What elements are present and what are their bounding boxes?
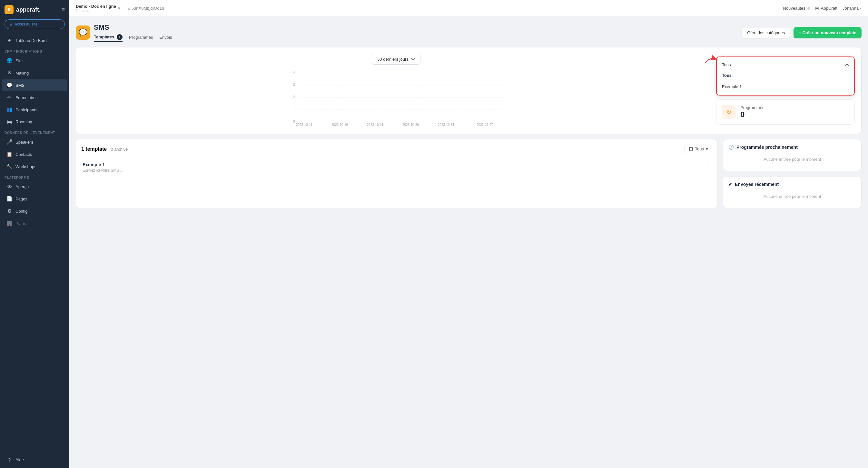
main-content: Demo - Doc en ligne Johanna ▾ # 53nX0Mbj… <box>69 0 868 468</box>
template-item: Exemple 1 Écrivez ici votre SMS ... ⋮ <box>81 158 712 177</box>
sidebar-item-label: Workshops <box>16 164 36 169</box>
svg-text:2023-10-16: 2023-10-16 <box>332 123 348 126</box>
grid-icon: ⊞ <box>6 37 12 43</box>
sidebar-item-pages[interactable]: 📄 Pages <box>2 193 67 205</box>
chart-controls: 30 derniers jours <box>83 54 710 64</box>
access-site-button[interactable]: 🖥 Accès au site <box>4 19 65 29</box>
sidebar-item-label: Formulaires <box>16 95 38 100</box>
filter-btn-label: Tous <box>695 147 704 151</box>
chart-right-area: Tous Tous Exemple 1 ↻ <box>716 54 855 127</box>
page-actions: Gérer les catégories + Créer un nouveau … <box>742 27 862 38</box>
topbar-right: Nouveautés ⊞ AppCraft Johanna ▾ <box>783 6 862 11</box>
programmes-stat-label: Programmés <box>740 105 764 110</box>
programmes-stat-value: 0 <box>740 110 764 119</box>
dropdown-option-tous-label: Tous <box>722 73 732 78</box>
chart-svg: 4 3 2 1 0 2023-10-11 2023-10-16 <box>83 68 710 126</box>
project-user: Johanna <box>76 9 116 12</box>
sidebar-item-label: Config <box>16 209 28 214</box>
right-panels: 🕐 Programmés prochainement Aucune entrée… <box>723 139 862 208</box>
plans-icon: 📊 <box>6 221 12 226</box>
workshop-icon: 🔨 <box>6 164 12 170</box>
sidebar-item-config[interactable]: ⚙ Config <box>2 205 67 217</box>
category-dropdown[interactable]: Tous Tous Exemple 1 <box>716 57 855 95</box>
svg-text:2023-11-07: 2023-11-07 <box>476 123 493 126</box>
project-selector[interactable]: Demo - Doc en ligne Johanna <box>76 4 116 12</box>
manage-categories-button[interactable]: Gérer les catégories <box>742 27 790 38</box>
chart-left: 30 derniers jours 4 3 2 1 0 <box>83 54 710 127</box>
sidebar-item-sms[interactable]: 💬 SMS <box>2 79 67 91</box>
nouveautes-link[interactable]: Nouveautés <box>783 6 810 11</box>
sidebar-item-mailing[interactable]: ✉ Mailing <box>2 67 67 79</box>
sidebar-item-label: Speakers <box>16 140 33 145</box>
section-label-plateforme: PLATEFORME <box>0 173 69 181</box>
svg-text:2023-10-26: 2023-10-26 <box>402 123 419 126</box>
sidebar-item-aide[interactable]: ? Aide <box>2 454 67 465</box>
envoyes-empty-msg: Aucune entrée pour le moment <box>728 190 856 203</box>
envoyes-panel-title: ✔ Envoyés récemment <box>728 182 856 187</box>
sidebar-item-formulaires[interactable]: ✏ Formulaires <box>2 92 67 103</box>
project-name: Demo - Doc en ligne <box>76 4 116 9</box>
programmes-panel: 🕐 Programmés prochainement Aucune entrée… <box>723 139 862 171</box>
filter-chevron-icon: ▾ <box>706 147 708 151</box>
templates-archived: 0 archivé <box>111 147 128 152</box>
stat-content: Programmés 0 <box>740 105 764 119</box>
bottom-row: 1 template 0 archivé Tous ▾ Exemple 1 <box>76 139 862 208</box>
programmes-stat-card: ↻ Programmés 0 <box>716 99 855 124</box>
user-name: Johanna <box>842 6 859 11</box>
appcraft-link[interactable]: ⊞ AppCraft <box>815 6 837 11</box>
dropdown-option-exemple1[interactable]: Exemple 1 <box>717 81 854 92</box>
access-icon: 🖥 <box>9 22 12 26</box>
hamburger-icon[interactable]: ≡ <box>61 6 65 13</box>
appcraft-label: AppCraft <box>821 6 837 11</box>
eye-icon: 👁 <box>6 184 12 189</box>
dropdown-option-tous[interactable]: Tous <box>717 70 854 81</box>
sidebar-item-rooming[interactable]: 🛏 Rooming <box>2 116 67 127</box>
sidebar-item-label: Pages <box>16 197 27 201</box>
tab-programmes[interactable]: Programmés <box>129 34 153 41</box>
svg-text:1: 1 <box>293 107 295 111</box>
svg-text:3: 3 <box>293 83 295 87</box>
section-label-donnees: DONNÉES DE L'ÉVÉNEMENT <box>0 128 69 136</box>
programmes-empty-msg: Aucune entrée pour le moment <box>728 153 856 166</box>
sidebar-item-contacts[interactable]: 📋 Contacts <box>2 148 67 160</box>
sidebar-item-label: Site <box>16 58 23 63</box>
templates-panel: 1 template 0 archivé Tous ▾ Exemple 1 <box>76 139 718 208</box>
sidebar-item-label: Contacts <box>16 152 32 157</box>
user-menu[interactable]: Johanna ▾ <box>842 6 862 11</box>
sms-page-icon: 💬 <box>76 26 90 40</box>
sidebar-item-label: Tableau De Bord <box>16 38 47 43</box>
sidebar-item-label: SMS <box>16 83 25 88</box>
sidebar-item-participants[interactable]: 👥 Participants <box>2 104 67 116</box>
project-hash: # 53nX0MbjqIOo1h <box>128 6 164 11</box>
chevron-down-icon <box>411 57 415 61</box>
templates-header: 1 template 0 archivé Tous ▾ <box>81 145 712 153</box>
dropdown-chevron-icon: ▾ <box>118 6 120 11</box>
programmes-icon-wrap: ↻ <box>722 105 736 119</box>
template-menu-button[interactable]: ⋮ <box>705 162 711 169</box>
check-icon: ✔ <box>728 182 732 187</box>
sidebar-item-apercu[interactable]: 👁 Aperçu <box>2 181 67 193</box>
chart-card: 30 derniers jours 4 3 2 1 0 <box>76 47 862 134</box>
create-template-button[interactable]: + Créer un nouveau template <box>794 27 862 38</box>
templates-filter-btn[interactable]: Tous ▾ <box>685 145 712 153</box>
sidebar-item-speakers[interactable]: 🎤 Speakers <box>2 136 67 148</box>
page-title: SMS <box>94 23 178 32</box>
users-icon: 👥 <box>6 107 12 113</box>
templates-count-area: 1 template 0 archivé <box>81 146 128 152</box>
sidebar-item-label: Rooming <box>16 119 32 124</box>
dropdown-chevron-up-icon <box>845 64 849 66</box>
tab-envois[interactable]: Envois <box>159 34 172 41</box>
logo-icon: A <box>4 5 13 14</box>
page-tabs: Templates 1 Programmés Envois <box>94 33 178 42</box>
sidebar-item-site[interactable]: 🌐 Site <box>2 55 67 66</box>
templates-badge: 1 <box>117 34 123 40</box>
bookmark-icon <box>689 147 693 151</box>
edit-icon: ✏ <box>6 94 12 100</box>
tab-templates[interactable]: Templates 1 <box>94 33 123 42</box>
section-label-crm: CRM / INSCRIPTIONS <box>0 47 69 55</box>
speaker-icon: 🎤 <box>6 139 12 145</box>
date-filter-select[interactable]: 30 derniers jours <box>372 54 421 64</box>
clock-icon: 🕐 <box>728 145 734 150</box>
sidebar-item-tableau-de-bord[interactable]: ⊞ Tableau De Bord <box>2 34 67 46</box>
sidebar-item-workshops[interactable]: 🔨 Workshops <box>2 161 67 172</box>
